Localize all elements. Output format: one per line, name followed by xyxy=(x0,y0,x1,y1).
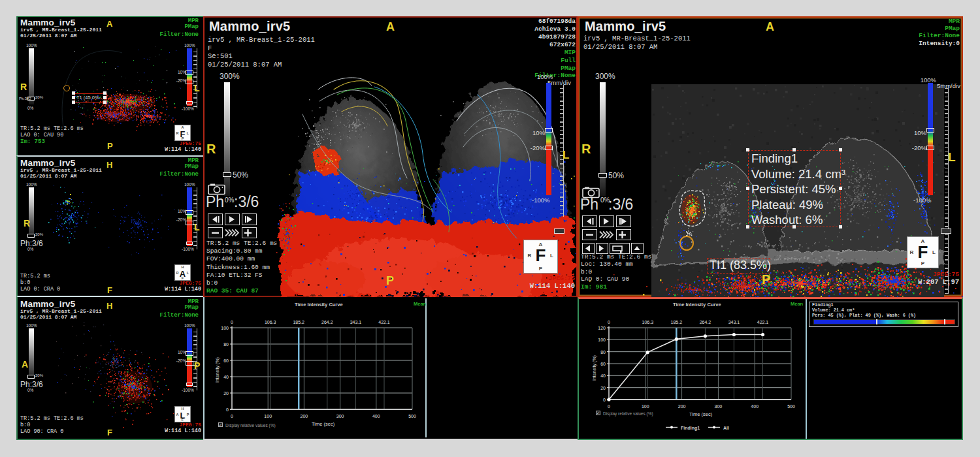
svg-text:185.2: 185.2 xyxy=(293,320,304,324)
svg-text:500: 500 xyxy=(408,414,416,418)
svg-text:106.3: 106.3 xyxy=(265,320,276,324)
svg-text:0: 0 xyxy=(608,320,610,324)
svg-text:60: 60 xyxy=(600,362,606,366)
svg-text:500: 500 xyxy=(787,404,795,409)
svg-text:All: All xyxy=(723,426,729,430)
svg-text:20: 20 xyxy=(600,386,606,390)
svg-text:80: 80 xyxy=(600,350,606,355)
svg-text:60: 60 xyxy=(223,358,229,363)
svg-text:Finding1: Finding1 xyxy=(681,426,700,431)
svg-text:100: 100 xyxy=(642,404,649,409)
svg-text:80: 80 xyxy=(223,342,229,347)
svg-text:40: 40 xyxy=(600,373,606,378)
svg-text:264.2: 264.2 xyxy=(700,320,711,324)
svg-text:40: 40 xyxy=(223,375,229,379)
svg-text:400: 400 xyxy=(751,404,759,409)
svg-text:0: 0 xyxy=(226,407,229,412)
svg-text:422.1: 422.1 xyxy=(378,320,390,324)
svg-text:343.1: 343.1 xyxy=(728,320,740,324)
svg-text:0: 0 xyxy=(231,320,233,324)
svg-text:264.2: 264.2 xyxy=(321,320,333,324)
svg-text:0: 0 xyxy=(231,414,233,418)
svg-text:20: 20 xyxy=(223,391,229,396)
svg-text:343.1: 343.1 xyxy=(350,320,362,324)
svg-text:200: 200 xyxy=(301,414,308,418)
svg-text:400: 400 xyxy=(372,414,380,418)
svg-text:0: 0 xyxy=(603,398,606,402)
svg-text:120: 120 xyxy=(598,326,606,330)
svg-text:106.3: 106.3 xyxy=(642,320,654,324)
svg-text:422.1: 422.1 xyxy=(757,320,769,324)
svg-text:0: 0 xyxy=(608,404,610,409)
svg-text:200: 200 xyxy=(678,404,686,409)
svg-text:185.2: 185.2 xyxy=(671,320,683,324)
svg-text:100: 100 xyxy=(598,338,606,342)
svg-text:300: 300 xyxy=(336,414,344,418)
svg-text:100: 100 xyxy=(221,326,229,330)
svg-text:300: 300 xyxy=(715,404,723,409)
svg-text:100: 100 xyxy=(264,414,272,418)
